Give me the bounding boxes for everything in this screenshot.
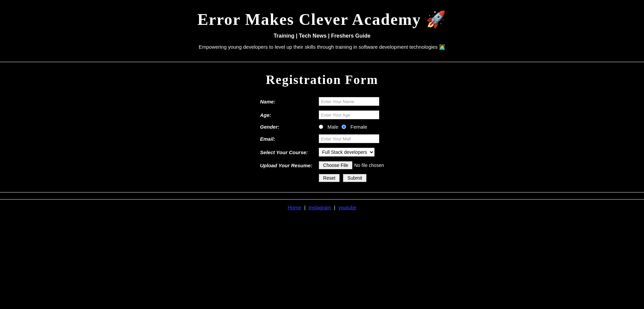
form-buttons: Reset Submit xyxy=(260,174,384,182)
email-input[interactable] xyxy=(319,134,379,143)
file-input-wrapper: Choose File No file chosen xyxy=(319,161,384,169)
tagline: Empowering young developers to level up … xyxy=(7,44,637,50)
name-row: Name: xyxy=(260,97,384,106)
footer-link-home[interactable]: Home xyxy=(288,205,301,210)
form-title: Registration Form xyxy=(7,72,637,87)
gender-male-label[interactable]: Male xyxy=(328,124,339,130)
resume-row: Upload Your Resume: Choose File No file … xyxy=(260,161,384,169)
gender-male-radio[interactable] xyxy=(319,125,323,129)
email-row: Email: xyxy=(260,134,384,143)
name-label: Name: xyxy=(260,99,319,104)
nav-links[interactable]: Training | Tech News | Freshers Guide xyxy=(7,33,637,39)
submit-button[interactable]: Submit xyxy=(343,174,366,182)
file-no-chosen-text: No file chosen xyxy=(354,163,384,168)
footer-link-youtube[interactable]: youtube xyxy=(338,205,356,210)
reset-button[interactable]: Reset xyxy=(319,174,340,182)
footer-links: Home | Instagram | youtube xyxy=(5,205,639,210)
name-input[interactable] xyxy=(319,97,379,106)
course-select[interactable]: Full Stack developers Frontend developer… xyxy=(319,148,375,157)
course-row: Select Your Course: Full Stack developer… xyxy=(260,148,384,157)
age-row: Age: xyxy=(260,111,384,119)
choose-file-button[interactable]: Choose File xyxy=(319,161,353,169)
footer-separator-1: | xyxy=(304,205,307,210)
site-header: Error Makes Clever Academy 🚀 Training | … xyxy=(0,0,644,58)
resume-label: Upload Your Resume: xyxy=(260,163,319,168)
gender-label: Gender: xyxy=(260,124,319,130)
gender-group: Male Female xyxy=(319,124,367,130)
course-label: Select Your Course: xyxy=(260,149,319,155)
gender-female-label[interactable]: Female xyxy=(350,124,367,130)
footer-separator-2: | xyxy=(334,205,337,210)
gender-female-radio[interactable] xyxy=(342,125,346,129)
footer-divider xyxy=(0,192,644,192)
main-content: Registration Form Name: Age: Gender: Mal… xyxy=(0,65,644,189)
age-label: Age: xyxy=(260,112,319,118)
gender-row: Gender: Male Female xyxy=(260,124,384,130)
email-label: Email: xyxy=(260,136,319,142)
footer-link-instagram[interactable]: Instagram xyxy=(308,205,331,210)
header-divider xyxy=(0,62,644,62)
age-input[interactable] xyxy=(319,111,379,119)
site-footer: Home | Instagram | youtube xyxy=(0,199,644,215)
registration-form: Name: Age: Gender: Male Female Email: Se… xyxy=(260,97,384,182)
site-title: Error Makes Clever Academy 🚀 xyxy=(7,10,637,29)
